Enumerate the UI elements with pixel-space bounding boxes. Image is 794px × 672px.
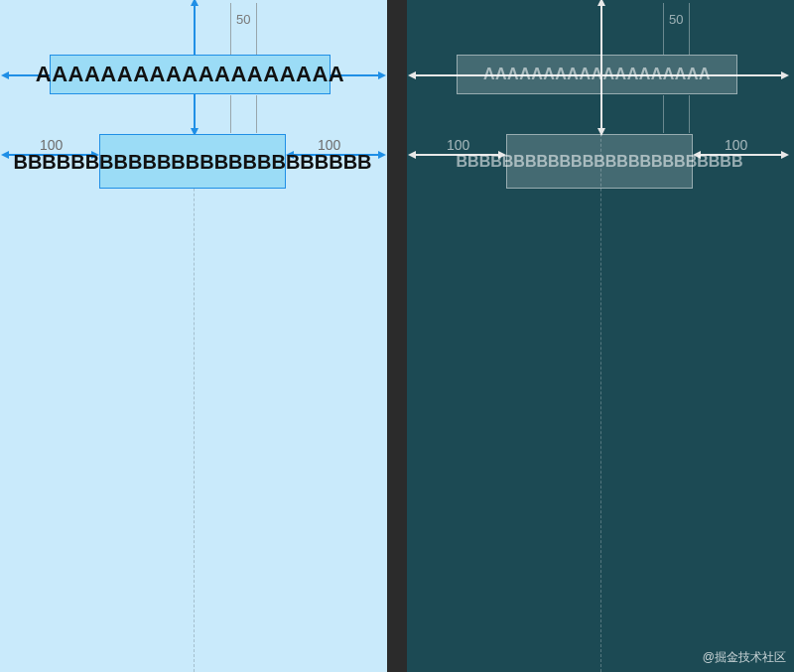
text-a-content: AAAAAAAAAAAAAAAAAAA (483, 66, 711, 83)
watermark: @掘金技术社区 (703, 649, 786, 666)
pane-divider (387, 0, 407, 672)
text-box-a: AAAAAAAAAAAAAAAAAAA (50, 55, 331, 94)
text-b-content: BBBBBBBBBBBBBBBBBBBBBBBBB (457, 153, 743, 171)
left-pane: 50 AAAAAAAAAAAAAAAAAAA 100 100 BBBBBBBBB… (0, 0, 387, 672)
dim-bracket-left (663, 3, 664, 55)
dim-bracket-left-2 (663, 95, 664, 133)
dim-bracket-left (230, 3, 231, 55)
dim-bracket-right-2 (256, 95, 257, 133)
top-margin-label: 50 (236, 12, 250, 27)
left-margin-label: 100 (447, 137, 469, 153)
text-b-content: BBBBBBBBBBBBBBBBBBBBBBBBB (13, 151, 371, 173)
right-margin-label: 100 (725, 137, 747, 153)
top-margin-label: 50 (669, 12, 683, 27)
dim-bracket-right (256, 3, 257, 55)
dim-bracket-right-2 (689, 95, 690, 133)
text-box-b: BBBBBBBBBBBBBBBBBBBBBBBBB (506, 134, 693, 189)
text-box-b: BBBBBBBBBBBBBBBBBBBBBBBBB (99, 134, 286, 189)
right-pane: 50 AAAAAAAAAAAAAAAAAAA 100 100 BBBBBBBBB… (407, 0, 794, 672)
dim-bracket-left-2 (230, 95, 231, 133)
text-a-content: AAAAAAAAAAAAAAAAAAA (36, 63, 344, 86)
text-box-a: AAAAAAAAAAAAAAAAAAA (457, 55, 737, 94)
dim-bracket-right (689, 3, 690, 55)
